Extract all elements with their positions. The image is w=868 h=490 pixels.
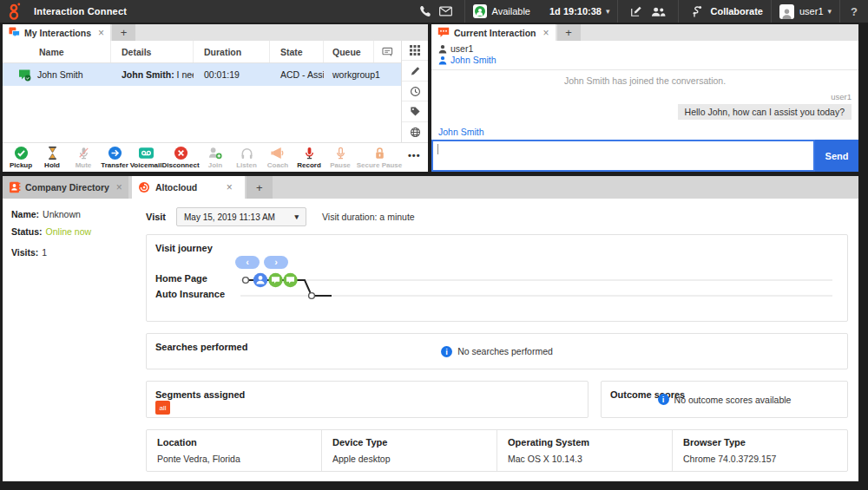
table-header: Name Details Duration State Queue — [3, 41, 401, 63]
notes-pencil-icon[interactable] — [402, 61, 428, 81]
close-tab-icon[interactable]: × — [116, 181, 122, 193]
grid-view-icon[interactable] — [402, 41, 428, 61]
card-title: Visit journey — [147, 235, 847, 253]
detail-label: Location — [157, 437, 321, 448]
help-button[interactable]: ? — [851, 5, 858, 18]
detail-value: Mac OS X 10.14.3 — [508, 454, 672, 464]
more-actions-button[interactable]: ••• — [408, 150, 421, 160]
agent-sender-label: user1 — [438, 92, 852, 101]
visit-date-dropdown[interactable]: May 15, 2019 11:13 AM ▾ — [176, 207, 306, 226]
divider — [617, 0, 618, 23]
mute-button[interactable]: Mute — [68, 146, 99, 169]
searches-empty-state: i No searches performed — [147, 334, 847, 369]
voicemail-button[interactable]: Voicemail — [130, 146, 161, 169]
record-button[interactable]: Record — [293, 146, 325, 169]
user-chevron-down-icon[interactable]: ▾ — [828, 7, 832, 16]
journey-row-label: Home Page — [155, 273, 207, 284]
transfer-button[interactable]: Transfer — [99, 146, 130, 169]
coach-megaphone-icon — [270, 146, 286, 160]
collaborate-icon[interactable] — [691, 5, 702, 18]
close-tab-icon[interactable]: × — [543, 27, 549, 39]
disconnect-button[interactable]: Disconnect — [161, 146, 200, 169]
visitor-status: Status:Online now — [11, 226, 137, 237]
pickup-check-icon — [14, 146, 29, 160]
system-message: John Smith has joined the conversation. — [438, 75, 852, 86]
dropdown-chevron-icon: ▾ — [295, 212, 299, 221]
tag-icon[interactable] — [402, 101, 428, 121]
visit-date-value: May 15, 2019 11:13 AM — [184, 212, 275, 222]
compose-icon[interactable] — [630, 5, 642, 17]
user-avatar[interactable] — [779, 4, 794, 19]
close-tab-icon[interactable]: × — [98, 27, 104, 39]
coach-button[interactable]: Coach — [262, 146, 293, 169]
participant-customer: John Smith — [438, 55, 852, 66]
username-label[interactable]: user1 — [799, 6, 824, 16]
new-tab-button[interactable]: + — [557, 24, 581, 41]
detail-device-type: Device Type Apple desktop — [322, 430, 497, 471]
row-details-text: I need so... — [174, 69, 194, 80]
record-mic-icon — [302, 146, 317, 160]
mail-icon[interactable] — [439, 6, 452, 16]
tab-company-directory[interactable]: Company Directory × — [3, 176, 128, 199]
session-timer: 1d 19:10:38 — [549, 6, 602, 16]
phone-icon[interactable] — [418, 5, 431, 17]
send-button[interactable]: Send — [815, 140, 858, 172]
close-tab-icon[interactable]: × — [227, 181, 233, 193]
transfer-arrow-icon — [108, 146, 122, 160]
divider — [771, 0, 772, 23]
pickup-button[interactable]: Pickup — [5, 146, 36, 169]
company-directory-icon — [9, 181, 21, 193]
journey-page-node — [309, 293, 315, 299]
detail-value: Apple desktop — [332, 454, 496, 464]
column-header-queue[interactable]: Queue — [324, 41, 374, 62]
outcomes-empty-state: i No outcome scores available — [602, 382, 847, 417]
participant-name: John Smith — [450, 55, 496, 66]
voicemail-icon — [138, 146, 155, 160]
pause-button[interactable]: Pause — [325, 146, 356, 169]
history-clock-icon[interactable] — [402, 82, 428, 101]
top-bar: Interaction Connect Available 1d 19:10:3… — [0, 0, 868, 23]
visitor-visits: Visits:1 — [11, 247, 137, 258]
journey-chat-node — [283, 273, 297, 287]
people-icon[interactable] — [651, 6, 666, 17]
new-tab-button[interactable]: + — [247, 176, 273, 199]
new-tab-button[interactable]: + — [112, 24, 135, 41]
call-controls-toolbar: Pickup Hold Mute Transfer Voicemail Disc… — [3, 142, 428, 172]
secure-pause-button[interactable]: Secure Pause — [356, 146, 403, 169]
mute-mic-icon — [76, 146, 91, 160]
tab-current-interaction[interactable]: Current Interaction × — [431, 24, 556, 41]
segment-badge: all — [155, 401, 170, 415]
journey-visitor-node — [253, 273, 267, 287]
collaborate-label[interactable]: Collaborate — [710, 6, 763, 16]
visitor-info-sidebar: Name:Unknown Status:Online now Visits:1 — [3, 199, 146, 481]
agent-person-icon — [438, 44, 447, 54]
chat-message-input[interactable] — [433, 141, 813, 170]
column-header-duration[interactable]: Duration — [194, 41, 270, 62]
hold-button[interactable]: Hold — [36, 146, 68, 169]
table-empty-space — [3, 86, 401, 142]
card-title: Segments assigned — [147, 382, 588, 400]
visit-duration: Visit duration: a minute — [322, 212, 415, 222]
text-cursor — [437, 144, 438, 154]
participant-agent: user1 — [438, 43, 852, 55]
tab-altocloud[interactable]: Altocloud × — [132, 176, 245, 199]
divider — [839, 0, 840, 23]
join-button[interactable]: Join — [200, 146, 231, 169]
column-header-details[interactable]: Details — [111, 41, 194, 62]
journey-prev-button[interactable]: ‹ — [235, 256, 260, 269]
chat-log: John Smith has joined the conversation. … — [431, 70, 858, 140]
column-header-state[interactable]: State — [270, 41, 324, 62]
status-chevron-down-icon[interactable]: ▾ — [606, 7, 610, 16]
participant-name: user1 — [450, 43, 473, 55]
listen-button[interactable]: Listen — [231, 146, 262, 169]
tab-label: My Interactions — [24, 28, 91, 38]
journey-next-button[interactable]: › — [264, 256, 288, 269]
row-state: ACD - Assign... — [270, 69, 324, 80]
globe-icon[interactable] — [402, 122, 428, 142]
presence-status-icon[interactable] — [473, 4, 487, 18]
tab-my-interactions[interactable]: My Interactions × — [3, 24, 110, 41]
queue-view-icon[interactable] — [374, 41, 400, 62]
column-header-name[interactable]: Name — [3, 41, 111, 62]
table-row[interactable]: John Smith John Smith: I need so... 00:0… — [3, 63, 401, 86]
visit-journey-card: Visit journey ‹ › Home Page Auto Insuran… — [146, 234, 848, 322]
